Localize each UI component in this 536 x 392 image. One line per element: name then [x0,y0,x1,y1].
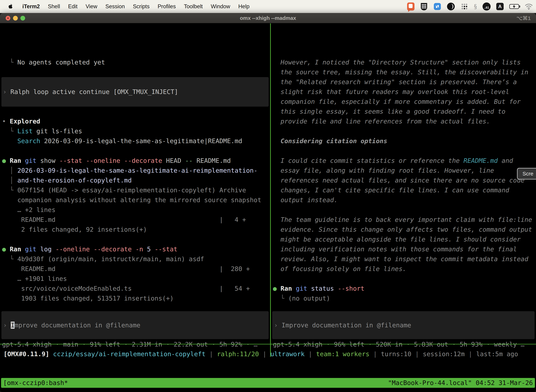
iterm-window: omx --xhigh --madmax ⌥⌘1 └ No agents com… [0,13,536,392]
apple-menu-icon[interactable] [8,3,14,10]
menu-item-scripts[interactable]: Scripts [129,3,154,10]
tmux-host-clock: "MacBook-Pro-44.local" 04:52 31-Mar-26 [388,378,533,388]
menu-item-view[interactable]: View [81,3,101,10]
pane-divider[interactable] [270,23,271,357]
left-terminal-pane[interactable]: └ No agents completed yet› Ralph loop ac… [0,23,270,357]
inject-banner: › Ralph loop active continue [OMX_TMUX_I… [1,77,269,107]
right-terminal-pane[interactable]: However, I noticed the "Directory Struct… [271,23,536,357]
menu-bar: iTerm2ShellEditViewSessionScriptsProfile… [0,0,536,13]
close-button[interactable] [6,16,10,21]
squiggle-icon[interactable]: § [474,3,477,10]
minimize-button[interactable] [13,16,18,21]
battery-percent-icon[interactable]: ..61 [483,2,491,10]
menu-item-help[interactable]: Help [234,3,254,10]
menu-item-window[interactable]: Window [207,3,234,10]
right-prompt-input[interactable]: › Improve documentation in @filename [272,311,535,339]
window-title: omx --xhigh --madmax [240,15,296,21]
window-title-bar[interactable]: omx --xhigh --madmax ⌥⌘1 [0,13,536,23]
menu-item-edit[interactable]: Edit [64,3,81,10]
menu-item-iterm2[interactable]: iTerm2 [18,3,44,10]
battery-icon[interactable] [509,4,519,9]
right-pane-lines: However, I noticed the "Directory Struct… [273,57,536,323]
window-shortcut-badge: ⌥⌘1 [517,13,531,23]
screenshot-icon[interactable] [407,2,415,10]
pane-bottom-border [0,344,536,344]
zoom-button[interactable] [20,16,25,21]
menu-item-session[interactable]: Session [101,3,129,10]
grid-shield-icon[interactable] [420,2,428,11]
menu-item-shell[interactable]: Shell [44,3,64,10]
dots-grid-icon[interactable] [460,3,468,10]
contrast-circle-icon[interactable] [447,2,455,10]
wifi-icon[interactable] [525,3,533,10]
menu-status-icons: § ..61 A [407,0,533,13]
menu-items: iTerm2ShellEditViewSessionScriptsProfile… [18,3,254,10]
nav-badge-icon[interactable] [433,3,441,10]
input-source-icon[interactable]: A [496,3,504,10]
screen-share-chip[interactable]: Scre [517,168,536,179]
tmux-status-bar: [omx-cczip0:bash* "MacBook-Pro-44.local"… [1,378,535,388]
menu-item-profiles[interactable]: Profiles [153,3,180,10]
traffic-lights [6,16,25,21]
left-pane-lines: └ No agents completed yet› Ralph loop ac… [2,57,270,323]
omx-status-bar: [OMX#0.11.9] cczip/essay/ai-reimplementa… [4,349,518,359]
left-model-status: gpt-5.4 xhigh · main · 91% left · 2.31M … [2,340,258,349]
menu-item-toolbelt[interactable]: Toolbelt [180,3,207,10]
tmux-session-label[interactable]: [omx-cczip0:bash* [3,378,68,388]
left-prompt-input[interactable]: › Improve documentation in @filename [1,311,269,339]
right-model-status: gpt-5.4 xhigh · 96% left · 520K in · 5.8… [273,340,524,349]
